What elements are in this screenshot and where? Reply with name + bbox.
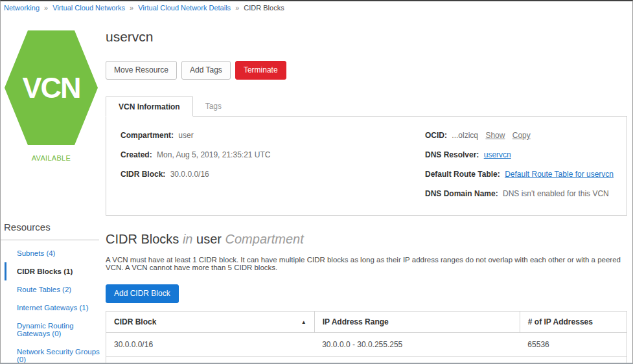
table-row[interactable]: 30.0.0.0/16 30.0.0.0 - 30.0.255.255 6553… (106, 333, 627, 357)
status-badge: AVAILABLE (1, 154, 102, 162)
info-compartment: Compartment: user (121, 131, 425, 140)
cidr-section-description: A VCN must have at least 1 CIDR block. I… (106, 256, 627, 271)
add-tags-button[interactable]: Add Tags (181, 61, 231, 80)
sidebar-item-cidr-blocks[interactable]: CIDR Blocks (1) (5, 262, 102, 280)
terminate-button[interactable]: Terminate (235, 61, 286, 80)
tab-tags[interactable]: Tags (193, 97, 234, 116)
vcn-hexagon-icon: VCN (5, 30, 98, 145)
info-cidr-block-label: CIDR Block: (121, 170, 165, 179)
cidr-section-compartment-name: user (196, 232, 222, 246)
sort-ascending-icon[interactable]: ▲ (301, 319, 306, 325)
sidebar-divider (1, 240, 99, 240)
breadcrumb-current-cidr-blocks: CIDR Blocks (244, 4, 284, 12)
cell-num-ip-addresses: 65536 (520, 333, 627, 357)
main-content: uservcn Move Resource Add Tags Terminate… (102, 14, 632, 364)
cell-cidr-block: 30.0.0.0/16 (106, 333, 314, 357)
ocid-show-link[interactable]: Show (485, 131, 505, 140)
sidebar-item-network-security-groups[interactable]: Network Security Groups (0) (5, 343, 102, 364)
cidr-section-title-main: CIDR Blocks (106, 232, 179, 246)
cidr-section-title-in: in (183, 232, 193, 246)
info-ocid-label: OCID: (425, 131, 447, 140)
info-default-route-table: Default Route Table: Default Route Table… (425, 170, 615, 179)
info-created: Created: Mon, Aug 5, 2019, 21:35:21 UTC (121, 150, 425, 159)
page-title: uservcn (106, 29, 627, 45)
table-toolbar: Add CIDR Block (106, 284, 627, 303)
column-header-ip-address-range[interactable]: IP Address Range (314, 312, 520, 333)
resources-title: Resources (1, 222, 102, 233)
breadcrumb-link-vcn-details[interactable]: Virtual Cloud Network Details (138, 4, 231, 12)
ocid-copy-link[interactable]: Copy (512, 131, 531, 140)
vcn-icon-label: VCN (22, 71, 80, 105)
table-header-row: CIDR Block▲ IP Address Range # of IP Add… (106, 312, 627, 333)
info-dns-resolver: DNS Resolver: uservcn (425, 150, 615, 159)
info-cidr-block: CIDR Block: 30.0.0.0/16 (121, 170, 425, 179)
cidr-section-compartment-word: Compartment (225, 232, 304, 246)
column-header-num-ip-addresses[interactable]: # of IP Addresses (520, 312, 627, 333)
column-header-cidr-block[interactable]: CIDR Block▲ (106, 312, 314, 333)
info-created-value: Mon, Aug 5, 2019, 21:35:21 UTC (157, 150, 270, 159)
action-buttons: Move Resource Add Tags Terminate (106, 61, 627, 80)
breadcrumb-separator: » (44, 4, 48, 12)
table-footer (106, 357, 627, 364)
info-dns-resolver-label: DNS Resolver: (425, 150, 479, 159)
breadcrumb: Networking » Virtual Cloud Networks » Vi… (1, 1, 632, 14)
breadcrumb-separator: » (130, 4, 133, 12)
breadcrumb-link-virtual-cloud-networks[interactable]: Virtual Cloud Networks (52, 4, 125, 12)
info-column-right: OCID: ...olzicq Show Copy DNS Resolver: … (425, 131, 615, 199)
info-created-label: Created: (121, 150, 152, 159)
info-ocid: OCID: ...olzicq Show Copy (425, 131, 615, 140)
add-cidr-block-button[interactable]: Add CIDR Block (106, 284, 179, 303)
info-compartment-label: Compartment: (121, 131, 174, 140)
info-default-route-table-label: Default Route Table: (425, 170, 500, 179)
info-cidr-block-value: 30.0.0.0/16 (170, 170, 209, 179)
tab-vcn-information[interactable]: VCN Information (106, 97, 193, 117)
info-dns-domain-label: DNS Domain Name: (425, 189, 498, 198)
vcn-details-page: Networking » Virtual Cloud Networks » Vi… (0, 0, 633, 364)
tab-bar: VCN Information Tags (106, 97, 627, 117)
info-dns-domain-value: DNS isn't enabled for this VCN (503, 189, 609, 198)
info-column-left: Compartment: user Created: Mon, Aug 5, 2… (121, 131, 425, 199)
sidebar-item-internet-gateways[interactable]: Internet Gateways (1) (5, 299, 102, 317)
resources-list: Subnets (4) CIDR Blocks (1) Route Tables… (5, 244, 102, 364)
info-dns-domain: DNS Domain Name: DNS isn't enabled for t… (425, 189, 615, 198)
sidebar-item-dynamic-routing-gateways[interactable]: Dynamic Routing Gateways (0) (5, 317, 102, 343)
move-resource-button[interactable]: Move Resource (106, 61, 177, 80)
left-column: VCN AVAILABLE Resources Subnets (4) CIDR… (1, 14, 102, 364)
cidr-table: CIDR Block▲ IP Address Range # of IP Add… (106, 312, 627, 357)
sidebar-item-subnets[interactable]: Subnets (4) (5, 244, 102, 262)
info-compartment-value: user (178, 131, 193, 140)
sidebar-item-route-tables[interactable]: Route Tables (2) (5, 280, 102, 299)
info-ocid-value: ...olzicq (452, 131, 478, 140)
cell-ip-address-range: 30.0.0.0 - 30.0.255.255 (314, 333, 520, 357)
cidr-section-title: CIDR Blocks in user Compartment (106, 232, 627, 247)
default-route-table-link[interactable]: Default Route Table for uservcn (505, 170, 614, 179)
column-header-cidr-block-label: CIDR Block (114, 317, 156, 326)
dns-resolver-link[interactable]: uservcn (484, 150, 511, 159)
page-body: VCN AVAILABLE Resources Subnets (4) CIDR… (1, 14, 632, 364)
resources-sidebar: Resources Subnets (4) CIDR Blocks (1) Ro… (1, 222, 102, 364)
breadcrumb-link-networking[interactable]: Networking (4, 4, 40, 12)
breadcrumb-separator: » (235, 4, 239, 12)
vcn-information-panel: Compartment: user Created: Mon, Aug 5, 2… (106, 117, 627, 216)
cidr-table-container: CIDR Block▲ IP Address Range # of IP Add… (106, 311, 627, 364)
